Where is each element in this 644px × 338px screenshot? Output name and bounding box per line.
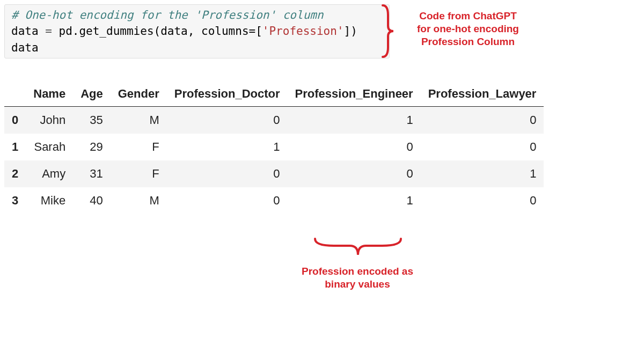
code-op: = [39, 25, 59, 38]
table-row: 0 John 35 M 0 1 0 [4, 107, 544, 134]
code-cell: # One-hot encoding for the 'Profession' … [4, 4, 390, 58]
table-index-cell: 0 [4, 107, 26, 134]
table-cell: F [111, 134, 167, 160]
table-cell: 40 [73, 187, 111, 214]
annotation-bottom-line: binary values [298, 278, 416, 291]
table-column-header: Profession_Lawyer [421, 83, 544, 107]
code-string: 'Profession' [262, 25, 344, 38]
table-cell: 1 [167, 134, 288, 160]
code-func: pd.get_dummies(data, columns=[ [59, 25, 262, 38]
brace-down-icon [312, 236, 404, 258]
table-cell: Sarah [26, 134, 73, 160]
table-row: 1 Sarah 29 F 1 0 0 [4, 134, 544, 160]
table-cell: 0 [421, 134, 544, 160]
table-cell: 0 [167, 107, 288, 134]
table-cell: 1 [288, 107, 421, 134]
annotation-top-line: Code from ChatGPT [398, 10, 538, 23]
table-row: 3 Mike 40 M 0 1 0 [4, 187, 544, 214]
table-cell: M [111, 187, 167, 214]
annotation-bottom-line: Profession encoded as [298, 265, 416, 278]
table-index-header [4, 83, 26, 107]
table-cell: Amy [26, 160, 73, 187]
table-column-header: Profession_Doctor [167, 83, 288, 107]
table-cell: 0 [167, 187, 288, 214]
table-cell: John [26, 107, 73, 134]
table-cell: 1 [421, 160, 544, 187]
table-cell: 0 [288, 134, 421, 160]
table-cell: F [111, 160, 167, 187]
table-cell: 1 [288, 187, 421, 214]
table-cell: Mike [26, 187, 73, 214]
table-column-header: Name [26, 83, 73, 107]
table-index-cell: 1 [4, 134, 26, 160]
table-cell: 31 [73, 160, 111, 187]
code-comment: # One-hot encoding for the 'Profession' … [11, 9, 324, 21]
annotation-top-line: Profession Column [398, 35, 538, 48]
table-cell: 0 [167, 160, 288, 187]
table-cell: 0 [421, 107, 544, 134]
code-tail: ]) [344, 25, 357, 38]
table-column-header: Age [73, 83, 111, 107]
table-cell: 35 [73, 107, 111, 134]
brace-right-icon [380, 4, 396, 58]
table-column-header: Gender [111, 83, 167, 107]
table-cell: M [111, 107, 167, 134]
table-index-cell: 2 [4, 160, 26, 187]
dataframe-table: Name Age Gender Profession_Doctor Profes… [4, 83, 544, 214]
code-lhs: data [11, 25, 39, 38]
table-column-header: Profession_Engineer [288, 83, 421, 107]
table-cell: 0 [288, 160, 421, 187]
table-index-cell: 3 [4, 187, 26, 214]
annotation-bottom: Profession encoded as binary values [298, 265, 416, 291]
annotation-top: Code from ChatGPT for one-hot encoding P… [398, 10, 538, 48]
table-cell: 0 [421, 187, 544, 214]
table-header-row: Name Age Gender Profession_Doctor Profes… [4, 83, 544, 107]
annotation-top-line: for one-hot encoding [398, 23, 538, 35]
table-row: 2 Amy 31 F 0 0 1 [4, 160, 544, 187]
code-line3: data [11, 41, 39, 54]
table-cell: 29 [73, 134, 111, 160]
